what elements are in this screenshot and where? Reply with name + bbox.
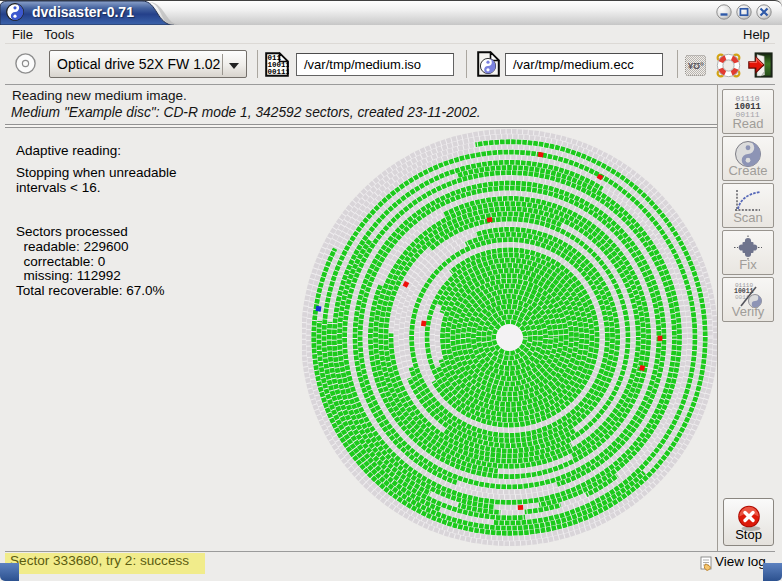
svg-text:¥Ʊº: ¥Ʊº <box>688 61 704 71</box>
svg-text:00111: 00111 <box>267 68 289 76</box>
